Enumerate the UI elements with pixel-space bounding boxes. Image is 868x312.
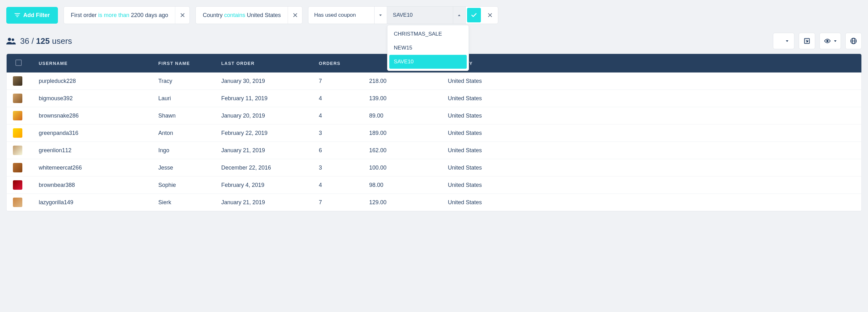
cell-country: United States — [441, 194, 861, 211]
cell-username: greenlion112 — [32, 142, 152, 159]
cell-username: greenpanda316 — [32, 124, 152, 142]
cell-amount: 189.00 — [363, 124, 441, 142]
cell-orders: 4 — [312, 107, 363, 124]
action-menu-button[interactable] — [773, 33, 794, 49]
cell-first-name: Jesse — [152, 159, 215, 176]
cell-last-order: January 21, 2019 — [215, 194, 312, 211]
filtered-count: 36 — [20, 36, 29, 46]
chevron-down-icon — [834, 40, 837, 42]
cell-username: bigmouse392 — [32, 90, 152, 107]
dropdown-option[interactable]: NEW15 — [389, 41, 467, 55]
add-filter-label: Add Filter — [23, 12, 50, 19]
filter-cancel-button[interactable] — [482, 7, 498, 24]
filter-value-label: SAVE10 — [393, 12, 412, 18]
avatar — [13, 94, 22, 103]
cell-username: purpleduck228 — [32, 73, 152, 90]
filter-value-caret[interactable] — [453, 7, 462, 24]
cell-first-name: Ingo — [152, 142, 215, 159]
select-all-checkbox[interactable] — [16, 60, 22, 66]
table-row[interactable]: purpleduck228TracyJanuary 30, 20197218.0… — [7, 73, 861, 90]
cell-amount: 100.00 — [363, 159, 441, 176]
cell-last-order: February 22, 2019 — [215, 124, 312, 142]
avatar — [13, 198, 22, 207]
globe-icon — [850, 38, 857, 44]
action-buttons — [773, 33, 862, 49]
export-icon — [804, 38, 810, 44]
cell-username: brownbear388 — [32, 176, 152, 194]
cell-last-order: January 20, 2019 — [215, 107, 312, 124]
table-row[interactable]: bigmouse392LauriFebruary 11, 20194139.00… — [7, 90, 861, 107]
cell-amount: 139.00 — [363, 90, 441, 107]
cell-orders: 7 — [312, 194, 363, 211]
table-row[interactable]: brownbear388SophieFebruary 4, 2019498.00… — [7, 176, 861, 194]
close-icon — [181, 13, 184, 17]
globe-button[interactable] — [845, 33, 862, 49]
cell-last-order: February 11, 2019 — [215, 90, 312, 107]
filter-icon — [14, 13, 20, 17]
filter-chip[interactable]: First order is more than 2200 days ago — [64, 6, 190, 24]
cell-orders: 3 — [312, 124, 363, 142]
col-country[interactable]: COUNTRY — [441, 54, 861, 73]
avatar — [13, 146, 22, 155]
cell-username: whitemeercat266 — [32, 159, 152, 176]
filter-builder: Has used coupon SAVE10 CHRISTMAS_SALENEW… — [308, 6, 498, 24]
filter-value-dropdown: CHRISTMAS_SALENEW15SAVE10 — [387, 25, 469, 71]
filter-confirm-button[interactable] — [467, 8, 481, 22]
user-count: 36 / 125 users — [6, 36, 72, 46]
col-orders[interactable]: ORDERS — [312, 54, 363, 73]
count-label: users — [50, 36, 72, 46]
filter-chip-remove-button[interactable] — [175, 7, 189, 24]
cell-last-order: January 30, 2019 — [215, 73, 312, 90]
col-first-name[interactable]: FIRST NAME — [152, 54, 215, 73]
add-filter-button[interactable]: Add Filter — [6, 7, 58, 24]
filter-chip-text: First order is more than 2200 days ago — [64, 12, 175, 19]
filter-value-select[interactable]: SAVE10 CHRISTMAS_SALENEW15SAVE10 — [387, 7, 466, 24]
cell-country: United States — [441, 73, 861, 90]
dropdown-option[interactable]: SAVE10 — [389, 55, 467, 69]
export-button[interactable] — [799, 33, 815, 49]
avatar — [13, 111, 22, 120]
table-row[interactable]: whitemeercat266JesseDecember 22, 2016310… — [7, 159, 861, 176]
avatar — [13, 76, 22, 86]
avatar — [13, 128, 22, 138]
cell-orders: 3 — [312, 159, 363, 176]
cell-username: lazygorilla149 — [32, 194, 152, 211]
table-row[interactable]: brownsnake286ShawnJanuary 20, 2019489.00… — [7, 107, 861, 124]
cell-country: United States — [441, 176, 861, 194]
cell-amount: 89.00 — [363, 107, 441, 124]
users-table: USERNAME FIRST NAME LAST ORDER ORDERS CO… — [6, 54, 862, 211]
col-username[interactable]: USERNAME — [32, 54, 152, 73]
cell-last-order: February 4, 2019 — [215, 176, 312, 194]
cell-country: United States — [441, 142, 861, 159]
table-row[interactable]: greenpanda316AntonFebruary 22, 20193189.… — [7, 124, 861, 142]
table-row[interactable]: lazygorilla149SierkJanuary 21, 20197129.… — [7, 194, 861, 211]
cell-amount: 129.00 — [363, 194, 441, 211]
visibility-button[interactable] — [819, 33, 841, 49]
filter-attribute-label: Has used coupon — [314, 12, 355, 18]
chevron-down-icon — [379, 15, 382, 16]
filter-chip-text: Country contains United States — [196, 12, 288, 19]
dropdown-option[interactable]: CHRISTMAS_SALE — [389, 27, 467, 41]
filter-bar: Add Filter First order is more than 2200… — [6, 6, 862, 24]
avatar — [13, 180, 22, 190]
svg-point-9 — [8, 38, 11, 41]
cell-country: United States — [441, 159, 861, 176]
filter-attribute-select[interactable]: Has used coupon — [308, 7, 387, 24]
cell-username: brownsnake286 — [32, 107, 152, 124]
cell-first-name: Tracy — [152, 73, 215, 90]
users-icon — [6, 37, 16, 45]
filter-chip-remove-button[interactable] — [288, 7, 302, 24]
col-last-order[interactable]: LAST ORDER — [215, 54, 312, 73]
table-row[interactable]: greenlion112IngoJanuary 21, 20196162.00U… — [7, 142, 861, 159]
cell-last-order: January 21, 2019 — [215, 142, 312, 159]
chevron-down-icon — [786, 40, 788, 42]
avatar — [13, 163, 22, 172]
cell-orders: 4 — [312, 176, 363, 194]
cell-first-name: Anton — [152, 124, 215, 142]
svg-point-13 — [827, 40, 828, 42]
close-icon — [293, 13, 297, 17]
filter-attribute-caret[interactable] — [374, 7, 383, 24]
cell-country: United States — [441, 90, 861, 107]
cell-country: United States — [441, 107, 861, 124]
filter-chip[interactable]: Country contains United States — [195, 6, 303, 24]
